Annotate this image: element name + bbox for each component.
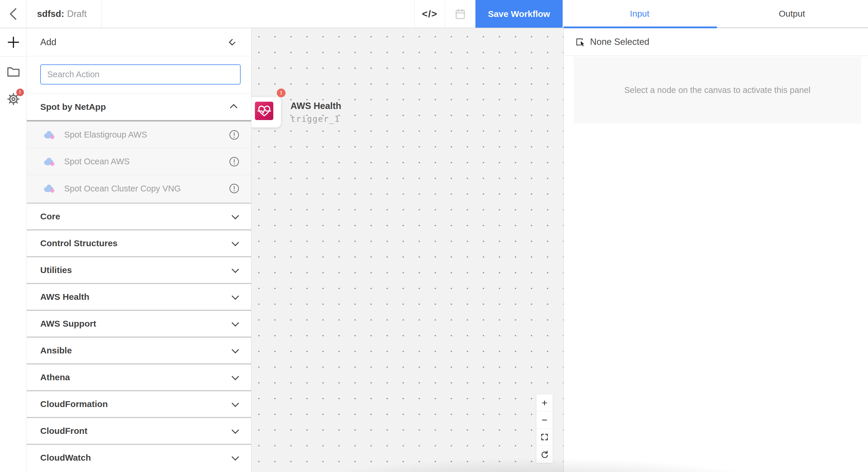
workflow-editor: sdfsd: Draft </> Save Workflow Input Out… xyxy=(0,0,868,472)
add-panel-title: Add xyxy=(40,37,56,47)
workflow-title-cell: sdfsd: Draft xyxy=(27,0,101,28)
folder-icon xyxy=(6,65,21,77)
selection-status-label: None Selected xyxy=(590,37,649,47)
calendar-icon xyxy=(454,8,466,20)
minus-icon: − xyxy=(541,414,548,426)
new-workflow-button[interactable] xyxy=(0,28,27,56)
top-bar: sdfsd: Draft </> Save Workflow Input Out… xyxy=(0,0,868,28)
category-utilities[interactable]: Utilities xyxy=(27,256,251,283)
tab-output[interactable]: Output xyxy=(716,0,868,27)
chevron-up-icon xyxy=(230,104,237,111)
cloud-icon xyxy=(42,157,56,167)
node-error-badge: ! xyxy=(277,89,285,97)
category-cloudwatch[interactable]: CloudWatch xyxy=(27,444,251,471)
select-cursor-icon xyxy=(575,37,585,47)
cloud-icon xyxy=(42,183,56,194)
plus-icon: + xyxy=(541,397,548,408)
settings-error-badge: ! xyxy=(16,89,24,96)
fullscreen-icon xyxy=(540,433,549,441)
refresh-icon xyxy=(540,450,549,459)
chevron-down-icon xyxy=(231,400,239,407)
info-icon[interactable] xyxy=(229,183,240,194)
back-button[interactable] xyxy=(0,0,27,28)
reset-view-button[interactable] xyxy=(536,446,553,463)
tab-input[interactable]: Input xyxy=(563,0,716,27)
node-inspector-panel: None Selected Select a node on the canva… xyxy=(563,28,868,472)
section-label: Spot by NetApp xyxy=(40,102,106,112)
view-code-button[interactable]: </> xyxy=(414,0,445,28)
search-action-input[interactable] xyxy=(40,64,241,85)
chevron-down-icon xyxy=(231,453,239,460)
chevron-down-icon xyxy=(231,346,239,353)
right-panel-tabs: Input Output xyxy=(563,0,868,28)
action-item-label: Spot Ocean AWS xyxy=(64,157,229,166)
action-item-spot-ocean-aws[interactable]: Spot Ocean AWS xyxy=(27,148,251,175)
category-list: Core Control Structures Utilities AWS He… xyxy=(27,202,251,471)
info-icon[interactable] xyxy=(229,130,240,140)
active-tab-underline xyxy=(563,27,717,28)
chevron-down-icon xyxy=(231,373,239,380)
node-card[interactable] xyxy=(251,97,281,128)
rail-divider xyxy=(0,56,27,57)
chevron-down-icon xyxy=(231,212,239,219)
category-label: CloudWatch xyxy=(40,453,91,463)
category-ansible[interactable]: Ansible xyxy=(27,337,251,363)
category-aws-support[interactable]: AWS Support xyxy=(27,310,251,337)
category-label: Utilities xyxy=(40,265,72,275)
fit-view-button[interactable] xyxy=(536,429,553,446)
workflow-status: Draft xyxy=(67,9,87,19)
settings-button[interactable]: ! xyxy=(0,87,27,111)
gear-icon: ! xyxy=(6,92,21,107)
category-cloudfront[interactable]: CloudFront xyxy=(27,417,251,444)
add-action-panel: Add Spot by NetApp xyxy=(27,28,251,472)
action-item-label: Spot Ocean Cluster Copy VNG xyxy=(64,184,229,194)
left-rail: ! xyxy=(0,28,27,472)
category-core[interactable]: Core xyxy=(27,202,251,229)
collapse-panel-button[interactable] xyxy=(227,37,237,47)
category-label: CloudFormation xyxy=(40,399,108,409)
info-icon[interactable] xyxy=(229,157,240,167)
category-athena[interactable]: Athena xyxy=(27,363,251,390)
add-panel-header: Add xyxy=(27,28,251,56)
category-control-structures[interactable]: Control Structures xyxy=(27,229,251,256)
chevron-down-icon xyxy=(231,265,239,273)
chevron-down-icon xyxy=(231,292,239,300)
chevron-left-icon xyxy=(229,39,236,45)
search-section xyxy=(27,56,251,94)
empty-state-message: Select a node on the canvas to activate … xyxy=(624,86,810,95)
action-item-spot-ocean-cluster-copy-vng[interactable]: Spot Ocean Cluster Copy VNG xyxy=(27,175,251,202)
schedule-button[interactable] xyxy=(445,0,475,28)
category-aws-health[interactable]: AWS Health xyxy=(27,283,251,310)
category-label: CloudFront xyxy=(40,426,88,436)
save-workflow-button[interactable]: Save Workflow xyxy=(475,0,563,28)
canvas-zoom-controls: + − xyxy=(536,394,553,463)
aws-health-heart-pulse-icon xyxy=(255,102,273,120)
back-chevron-icon xyxy=(9,7,17,21)
chevron-down-icon xyxy=(231,426,239,434)
section-spot-by-netapp[interactable]: Spot by NetApp xyxy=(27,94,251,120)
zoom-in-button[interactable]: + xyxy=(536,394,553,411)
selection-status-row: None Selected xyxy=(564,28,868,56)
category-label: Control Structures xyxy=(40,238,118,248)
node-id[interactable]: trigger_1 xyxy=(290,114,340,124)
workflows-folder-button[interactable] xyxy=(0,60,27,82)
chevron-down-icon xyxy=(231,239,239,246)
trigger-node-aws-health[interactable]: ! AWS Health trigger_1 xyxy=(251,97,281,128)
category-cloudformation[interactable]: CloudFormation xyxy=(27,390,251,417)
node-title: AWS Health xyxy=(290,101,341,111)
workflow-title: sdfsd: xyxy=(37,9,64,19)
category-label: AWS Support xyxy=(40,319,96,329)
category-label: Athena xyxy=(40,372,70,382)
empty-state-box: Select a node on the canvas to activate … xyxy=(574,57,861,124)
action-item-label: Spot Elastigroup AWS xyxy=(64,130,229,140)
spot-action-list: Spot Elastigroup AWS Spot xyxy=(27,122,251,202)
code-icon: </> xyxy=(422,8,438,20)
cloud-icon xyxy=(42,130,56,140)
plus-icon xyxy=(6,35,21,49)
action-item-spot-elastigroup-aws[interactable]: Spot Elastigroup AWS xyxy=(27,122,251,148)
category-label: Ansible xyxy=(40,345,72,356)
zoom-out-button[interactable]: − xyxy=(536,411,553,429)
category-label: AWS Health xyxy=(40,292,89,302)
chevron-down-icon xyxy=(231,319,239,326)
workflow-canvas[interactable]: ! AWS Health trigger_1 + − xyxy=(251,28,563,472)
